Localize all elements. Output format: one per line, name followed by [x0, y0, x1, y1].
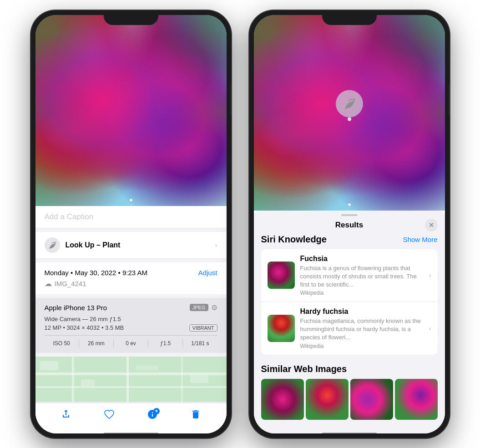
- vibrant-badge: VIBRANT: [189, 324, 217, 332]
- caption-area[interactable]: Add a Caption: [35, 206, 227, 228]
- similar-images-grid: [261, 379, 438, 420]
- exif-iso: ISO 50: [45, 339, 79, 347]
- lookup-flower-area[interactable]: [254, 15, 445, 211]
- similar-image-4[interactable]: [395, 379, 438, 420]
- hardy-thumbnail: [268, 315, 295, 342]
- hardy-thumb-img: [268, 315, 295, 342]
- left-screen: Add a Caption Look Up – Plant › Monday •…: [35, 15, 227, 433]
- look-up-category: Plant: [102, 241, 120, 249]
- similar-image-2[interactable]: [306, 379, 349, 420]
- results-content: Siri Knowledge Show More Fuchsia Fuchsia…: [254, 234, 445, 433]
- leaf-icon: [48, 241, 57, 250]
- caption-placeholder[interactable]: Add a Caption: [45, 212, 94, 221]
- date-text: Monday • May 30, 2022 • 9:23 AM: [45, 269, 147, 277]
- svg-rect-2: [35, 386, 227, 388]
- flower-overlay: [35, 15, 227, 206]
- favorite-button[interactable]: [104, 409, 115, 423]
- info-sparkle-badge: ✦: [153, 408, 160, 414]
- hardy-source: Wikipedia: [300, 343, 424, 349]
- svg-rect-4: [126, 357, 129, 402]
- siri-lookup-circle[interactable]: [336, 90, 363, 117]
- svg-rect-6: [40, 361, 58, 370]
- hardy-fuchsia-item[interactable]: Hardy fuchsia Fuchsia magellanica, commo…: [261, 302, 438, 355]
- camera-badges: JPEG ⚙: [190, 303, 217, 312]
- look-up-prefix: Look Up –: [66, 241, 103, 249]
- fuchsia-item[interactable]: Fuchsia Fuchsia is a genus of flowering …: [261, 249, 438, 302]
- svg-rect-8: [136, 366, 158, 370]
- date-section: Monday • May 30, 2022 • 9:23 AM Adjust ☁…: [35, 262, 227, 294]
- hardy-text: Hardy fuchsia Fuchsia magellanica, commo…: [300, 307, 424, 349]
- hardy-chevron: ›: [429, 325, 431, 332]
- results-header: Results ✕: [254, 216, 445, 234]
- gear-icon[interactable]: ⚙: [211, 303, 217, 312]
- exif-ev: 0 ev: [114, 339, 148, 347]
- exif-shutter: 1/181 s: [183, 339, 217, 347]
- svg-rect-5: [181, 357, 183, 402]
- share-button[interactable]: [61, 409, 71, 423]
- file-detail-row: 12 MP • 3024 × 4032 • 3.5 MB VIBRANT: [45, 324, 217, 332]
- look-up-chevron: ›: [215, 241, 217, 249]
- cloud-icon: ☁: [45, 279, 52, 288]
- notch: [104, 10, 158, 25]
- exif-row: ISO 50 26 mm 0 ev ƒ1.5 1/181 s: [45, 335, 217, 347]
- similar-title: Similar Web Images: [261, 364, 438, 374]
- look-up-row[interactable]: Look Up – Plant ›: [35, 232, 227, 259]
- right-phone: Results ✕ Siri Knowledge Show More: [249, 10, 450, 438]
- show-more-button[interactable]: Show More: [403, 236, 438, 243]
- fuchsia-thumb-img: [268, 262, 295, 289]
- results-panel: Results ✕ Siri Knowledge Show More: [254, 211, 445, 433]
- similar-section: Similar Web Images: [261, 364, 438, 420]
- date-row: Monday • May 30, 2022 • 9:23 AM Adjust: [45, 269, 217, 277]
- left-phone: Add a Caption Look Up – Plant › Monday •…: [31, 10, 231, 438]
- fuchsia-source: Wikipedia: [300, 290, 424, 296]
- camera-model-text: Apple iPhone 13 Pro: [45, 304, 107, 312]
- map-roads-svg: [35, 357, 227, 402]
- info-button[interactable]: ✦: [147, 409, 158, 423]
- fuchsia-title: Fuchsia: [300, 255, 424, 263]
- svg-rect-3: [72, 357, 74, 402]
- filename-row: ☁ IMG_4241: [45, 279, 217, 288]
- exif-aperture: ƒ1.5: [148, 339, 183, 347]
- fuchsia-text: Fuchsia Fuchsia is a genus of flowering …: [300, 255, 424, 297]
- page-indicator-dot: [130, 199, 132, 201]
- siri-knowledge-title: Siri Knowledge: [261, 234, 327, 245]
- camera-section: Apple iPhone 13 Pro JPEG ⚙ Wide Camera —…: [35, 298, 227, 353]
- format-badge: JPEG: [190, 304, 208, 311]
- lens-detail: Wide Camera — 26 mm ƒ1.5: [45, 316, 217, 322]
- flower-photo[interactable]: [35, 15, 227, 206]
- siri-knowledge-header: Siri Knowledge Show More: [261, 234, 438, 245]
- camera-header: Apple iPhone 13 Pro JPEG ⚙: [45, 303, 217, 312]
- adjust-button[interactable]: Adjust: [198, 269, 217, 277]
- svg-rect-7: [81, 379, 95, 386]
- leaf-siri-icon: [343, 97, 356, 111]
- fuchsia-thumbnail: [268, 262, 295, 289]
- file-resolution: 12 MP • 3024 × 4032 • 3.5 MB: [45, 324, 124, 331]
- info-panel: Add a Caption Look Up – Plant › Monday •…: [35, 206, 227, 403]
- right-home-indicator: [322, 433, 377, 434]
- look-up-label: Look Up – Plant: [66, 241, 121, 249]
- similar-image-3[interactable]: [350, 379, 393, 420]
- right-notch: [322, 10, 377, 25]
- results-title: Results: [335, 221, 363, 230]
- hardy-title: Hardy fuchsia: [300, 307, 424, 316]
- filename-text: IMG_4241: [55, 280, 86, 287]
- right-screen: Results ✕ Siri Knowledge Show More: [254, 15, 445, 433]
- delete-button[interactable]: [190, 409, 201, 423]
- knowledge-card: Fuchsia Fuchsia is a genus of flowering …: [261, 249, 438, 355]
- hardy-description: Fuchsia magellanica, commonly known as t…: [300, 317, 424, 342]
- similar-image-1[interactable]: [261, 379, 304, 420]
- fuchsia-description: Fuchsia is a genus of flowering plants t…: [300, 264, 424, 289]
- bottom-toolbar: ✦: [35, 403, 227, 433]
- home-indicator: [104, 433, 158, 434]
- close-button[interactable]: ✕: [425, 219, 438, 232]
- flower-background: [35, 15, 227, 206]
- fuchsia-chevron: ›: [429, 272, 431, 279]
- right-page-dot: [348, 203, 351, 206]
- siri-dot: [348, 117, 351, 121]
- exif-focal: 26 mm: [79, 339, 114, 347]
- leaf-icon-circle: [45, 237, 60, 253]
- svg-rect-9: [190, 375, 208, 383]
- map-section[interactable]: [35, 357, 227, 402]
